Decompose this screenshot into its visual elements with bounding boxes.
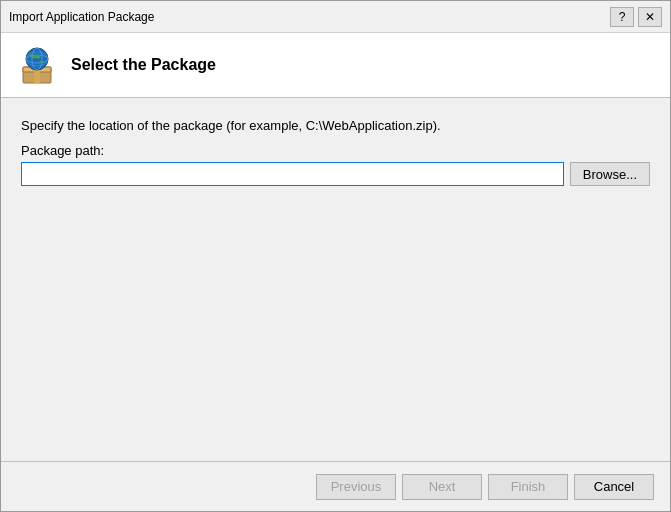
title-bar-controls: ? ✕ [610,7,662,27]
package-path-label: Package path: [21,143,650,158]
header-icon [17,45,57,85]
previous-button[interactable]: Previous [316,474,396,500]
cancel-button[interactable]: Cancel [574,474,654,500]
next-button[interactable]: Next [402,474,482,500]
title-bar: Import Application Package ? ✕ [1,1,670,33]
input-row: Browse... [21,162,650,186]
footer: Previous Next Finish Cancel [1,461,670,511]
window-title: Import Application Package [9,10,154,24]
title-bar-left: Import Application Package [9,10,154,24]
main-window: Import Application Package ? ✕ [0,0,671,512]
package-path-input[interactable] [21,162,564,186]
header-title: Select the Package [71,56,216,74]
header-section: Select the Package [1,33,670,98]
browse-button[interactable]: Browse... [570,162,650,186]
finish-button[interactable]: Finish [488,474,568,500]
package-icon [17,45,57,85]
help-button[interactable]: ? [610,7,634,27]
close-button[interactable]: ✕ [638,7,662,27]
svg-point-3 [26,48,48,70]
content-area: Specify the location of the package (for… [1,98,670,461]
description-text: Specify the location of the package (for… [21,118,650,133]
